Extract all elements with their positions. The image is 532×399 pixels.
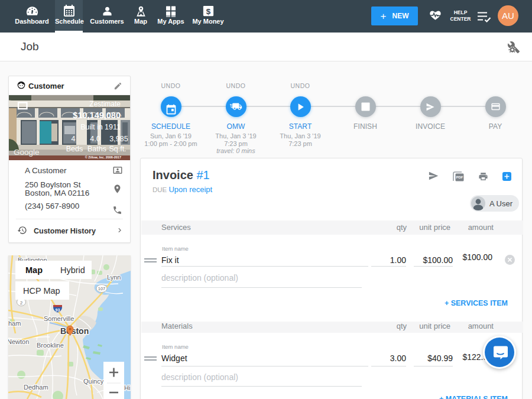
svg-text:ham: ham [8, 320, 21, 327]
svg-text:Baths: Baths [87, 145, 106, 153]
svg-text:Boston: Boston [60, 326, 89, 336]
svg-text:2: 2 [20, 300, 22, 306]
svg-text:107: 107 [98, 286, 106, 291]
svg-text:Map: Map [25, 265, 43, 275]
svg-text:3,985: 3,985 [109, 135, 128, 143]
svg-text:© Zillow, Inc. 2006-2017: © Zillow, Inc. 2006-2017 [85, 155, 121, 159]
svg-text:Hi: Hi [124, 384, 130, 391]
svg-text:Zestimate: Zestimate [89, 100, 121, 108]
svg-text:Beds: Beds [66, 145, 83, 153]
svg-text:4: 4 [72, 135, 76, 143]
svg-text:$10,149,080: $10,149,080 [73, 111, 121, 120]
svg-text:HCP Map: HCP Map [23, 286, 60, 296]
svg-text:Lynn: Lynn [107, 274, 121, 281]
svg-text:Brookline: Brookline [37, 342, 64, 349]
svg-text:Sq.ft.: Sq.ft. [109, 145, 126, 153]
svg-text:Quincy: Quincy [83, 378, 104, 385]
svg-text:$: $ [206, 7, 210, 16]
svg-text:Somerville: Somerville [44, 315, 74, 322]
svg-text:Google: Google [14, 148, 40, 157]
svg-text:Hybrid: Hybrid [60, 265, 85, 275]
svg-text:Newton: Newton [8, 338, 29, 345]
svg-text:93: 93 [56, 308, 60, 312]
svg-text:Dedham: Dedham [24, 384, 48, 391]
svg-text:PDF: PDF [456, 176, 463, 179]
svg-text:Built in 1911: Built in 1911 [80, 123, 121, 131]
svg-text:4.0: 4.0 [90, 135, 100, 143]
